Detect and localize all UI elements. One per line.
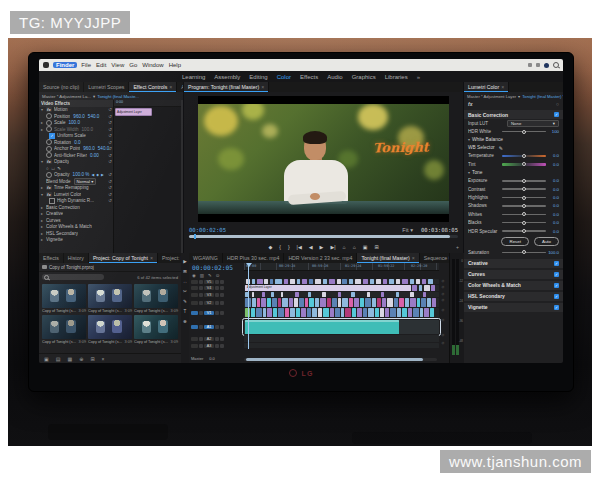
track-header-a3[interactable]: A3	[189, 343, 244, 348]
clip-thumbnail[interactable]	[88, 315, 132, 339]
slider-value[interactable]: 100.0	[546, 250, 559, 255]
timeline-tab[interactable]: WGAWNG	[189, 253, 223, 263]
slider-value[interactable]: 0.0	[546, 212, 559, 217]
track-lane-v5[interactable]	[244, 279, 439, 284]
spotlight-search-icon[interactable]	[553, 62, 559, 68]
timeline-toolbar-icon[interactable]: ◉	[192, 273, 196, 278]
breadcrumb[interactable]: Copy of Tonight.prproj	[39, 263, 181, 272]
section-checkbox[interactable]: ✓	[554, 272, 559, 277]
keyframe-nav-icon[interactable]: ◇	[442, 308, 445, 318]
timeline-clip[interactable]	[272, 298, 277, 307]
mask-ellipse-icon[interactable]: ○	[46, 166, 49, 171]
timeline-clip[interactable]	[309, 298, 314, 307]
timeline-clip[interactable]	[402, 308, 407, 317]
timeline-clip[interactable]	[323, 279, 327, 284]
property-value[interactable]: 960.0	[83, 146, 95, 151]
keyframe-nav-icon[interactable]: ◇	[442, 333, 445, 341]
timeline-clip[interactable]	[354, 298, 359, 307]
project-toolbar-icon[interactable]: ⊞	[90, 356, 94, 362]
track-header-v5[interactable]: V5	[189, 279, 244, 284]
timeline-clip[interactable]	[405, 298, 409, 307]
export-frame-icon[interactable]: ▣	[363, 244, 368, 250]
project-tab[interactable]: History	[64, 253, 89, 263]
tab-lumetri-color[interactable]: Lumetri Color ×	[464, 82, 509, 92]
workspace-tab-editing[interactable]: Editing	[249, 74, 267, 80]
track-badge[interactable]: A3	[204, 344, 214, 348]
clip-thumbnail[interactable]	[42, 284, 86, 308]
slider-value[interactable]: 0.0	[546, 178, 559, 183]
timeline-clip[interactable]	[430, 308, 434, 317]
reset-icon[interactable]: ↺	[108, 127, 112, 132]
project-tab[interactable]: Effects	[39, 253, 64, 263]
timeline-clip[interactable]	[383, 279, 387, 284]
type-tool-icon[interactable]: T	[184, 309, 187, 314]
timeline-timecode[interactable]: 00:00:02:05	[192, 264, 233, 271]
timeline-clip[interactable]	[271, 292, 274, 297]
timeline-clip[interactable]	[423, 292, 426, 297]
menubar-app-name[interactable]: Finder	[53, 62, 77, 68]
source-patch[interactable]	[191, 344, 198, 348]
property-value[interactable]: 100.0	[82, 127, 94, 132]
track-header-v1[interactable]: V1	[189, 308, 244, 317]
input-lut-dropdown[interactable]: None▾	[507, 120, 559, 127]
keyframe-nav-icon[interactable]: ◇	[442, 298, 445, 308]
menubar-item-view[interactable]: View	[111, 62, 124, 68]
project-item[interactable]: Copy of Tonight (shot...3:09	[88, 315, 132, 344]
workspace-tab-assembly[interactable]: Assembly	[214, 74, 240, 80]
reset-button[interactable]: Reset	[501, 237, 528, 246]
clip-thumbnail[interactable]	[88, 284, 132, 308]
track-badge[interactable]: A1	[204, 325, 214, 329]
close-icon[interactable]: ×	[169, 84, 172, 90]
track-lane-v1[interactable]	[244, 308, 439, 317]
effect-controls-tab[interactable]: Audio Clip Mixer: To	[177, 82, 183, 92]
track-lane-v4[interactable]: Adjustment Layer	[244, 285, 439, 291]
project-item[interactable]: Copy of Tonight (shot...3:09	[134, 315, 178, 344]
timeline-clip[interactable]	[375, 308, 379, 317]
project-item[interactable]: Copy of Tonight (shot...3:09	[42, 284, 86, 313]
timeline-clip[interactable]	[352, 308, 356, 317]
sequence-label[interactable]: Tonight (final Maste...	[97, 94, 139, 99]
project-toolbar-icon[interactable]: ×	[102, 356, 105, 362]
lock-icon[interactable]	[199, 325, 203, 329]
timeline-clip[interactable]	[355, 279, 361, 284]
timeline-clip[interactable]	[342, 279, 347, 284]
tone-header[interactable]: ▾Tone	[464, 169, 563, 177]
project-toolbar-icon[interactable]: ⊕	[79, 356, 83, 362]
master-clip-label[interactable]: Master * Adjustment La...	[42, 94, 91, 99]
track-visibility-icon[interactable]	[215, 301, 219, 305]
timeline-clip[interactable]	[267, 298, 271, 307]
reset-icon[interactable]: ↺	[108, 192, 112, 197]
project-tab[interactable]: Project: HDR Plus 30 s...	[158, 253, 181, 263]
timeline-clip[interactable]	[338, 298, 342, 307]
timeline-clip[interactable]	[349, 279, 353, 284]
master-clip-label[interactable]: Master * Adjustment Layer	[467, 94, 516, 99]
timeline-clip[interactable]	[252, 279, 255, 284]
project-item[interactable]: Copy of Tonight (shot...3:09	[88, 284, 132, 313]
timeline-clip[interactable]: Adjustment Layer	[245, 285, 411, 291]
timeline-clip[interactable]	[410, 279, 414, 284]
source-patch[interactable]	[191, 325, 198, 329]
timeline-clip[interactable]	[367, 292, 370, 297]
effect-controls-tab[interactable]: Source (no clip)	[39, 82, 84, 92]
close-icon[interactable]: ×	[501, 84, 504, 90]
property-value[interactable]: 100.0	[69, 120, 81, 125]
workspace-tab-audio[interactable]: Audio	[327, 74, 342, 80]
property-value[interactable]: 0.00	[90, 153, 99, 158]
reset-icon[interactable]: ↺	[108, 120, 112, 125]
timeline-clip[interactable]	[256, 308, 262, 317]
timeline-clip[interactable]	[315, 279, 321, 284]
lumetri-section-hsl-secondary[interactable]: HSL Secondary✓	[464, 292, 563, 301]
extract-icon[interactable]: ⌂	[353, 244, 356, 250]
timeline-clip[interactable]	[284, 279, 288, 284]
timeline-clip[interactable]	[270, 279, 273, 284]
timeline-clip[interactable]	[289, 298, 293, 307]
timeline-clip[interactable]	[396, 292, 399, 297]
mini-timeline-ruler[interactable]: 0:00	[114, 100, 183, 107]
timeline-clip[interactable]	[305, 298, 308, 307]
lock-icon[interactable]	[199, 286, 203, 290]
timeline-clip[interactable]	[330, 308, 334, 317]
timeline-clip[interactable]	[275, 279, 282, 284]
sync-lock-icon[interactable]	[220, 280, 224, 284]
slider-value[interactable]: 100	[546, 129, 559, 134]
lock-icon[interactable]	[199, 301, 203, 305]
